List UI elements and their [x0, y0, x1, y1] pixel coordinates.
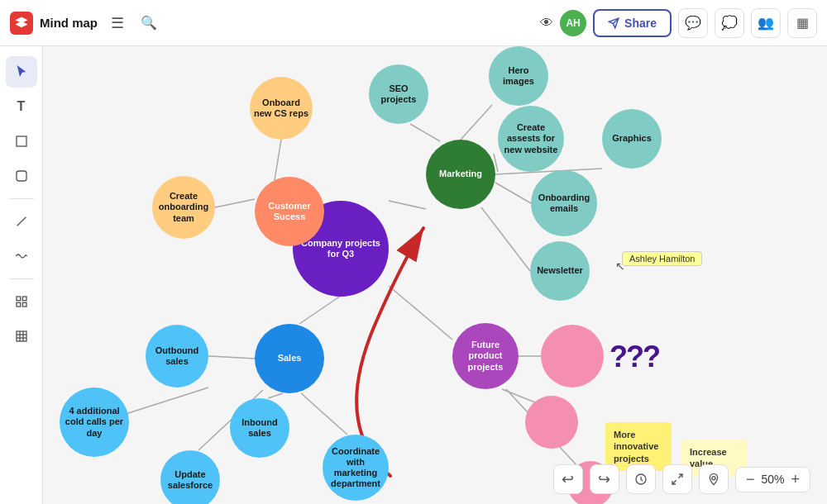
sales-label: Sales — [275, 349, 305, 367]
update-sf-label: Update salesforce — [160, 466, 220, 494]
future-node[interactable]: Future product projects — [452, 323, 519, 389]
svg-line-19 — [495, 183, 531, 203]
pink-node-2[interactable] — [525, 396, 578, 449]
svg-line-27 — [301, 393, 347, 435]
svg-rect-9 — [17, 331, 26, 341]
create-assets-label: Create assests for new website — [498, 119, 564, 159]
share-button[interactable]: Share — [593, 9, 672, 37]
svg-point-38 — [712, 477, 715, 480]
connections-svg — [43, 46, 827, 504]
inbound-label: Inbound sales — [230, 414, 289, 442]
customer-success-node[interactable]: Customer Sucess — [255, 177, 324, 246]
bottom-toolbar: ↩ ↪ − 50% + — [553, 464, 810, 494]
outbound-label: Outbound sales — [146, 342, 208, 370]
onboarding-emails-label: Onboarding emails — [531, 189, 597, 217]
redo-button[interactable]: ↪ — [590, 464, 619, 494]
zoom-level: 50% — [761, 473, 784, 486]
svg-line-14 — [389, 201, 426, 209]
create-onboarding-label: Create onboarding team — [152, 188, 215, 227]
svg-rect-2 — [17, 136, 26, 146]
hero-images-label: Hero images — [489, 62, 548, 90]
zoom-in-button[interactable]: + — [787, 471, 803, 488]
cold-calls-label: 4 additional cold calls per day — [60, 402, 129, 442]
svg-line-29 — [126, 388, 208, 414]
grid-tool[interactable] — [6, 286, 37, 317]
onboarding-emails-node[interactable]: Onboarding emails — [531, 170, 597, 236]
svg-line-4 — [17, 217, 26, 226]
layout-icon[interactable]: ▦ — [787, 8, 817, 38]
svg-line-37 — [672, 480, 676, 484]
coordinate-label: Coordinate with marketing department — [323, 443, 389, 493]
svg-rect-8 — [22, 302, 26, 307]
sales-node[interactable]: Sales — [255, 324, 324, 393]
graphics-node[interactable]: Graphics — [602, 109, 662, 169]
svg-rect-7 — [17, 302, 21, 307]
svg-line-23 — [215, 199, 255, 207]
onboard-cs-label: Onboard new CS reps — [250, 94, 313, 122]
outbound-node[interactable]: Outbound sales — [146, 325, 208, 388]
avatar[interactable]: AH — [560, 10, 586, 36]
text-tool[interactable]: T — [6, 91, 37, 122]
svg-line-25 — [208, 356, 255, 359]
cursor-pointer: ↖ — [615, 259, 625, 273]
svg-line-24 — [299, 296, 341, 324]
app-title: Mind map — [40, 16, 98, 30]
zoom-out-button[interactable]: − — [743, 471, 758, 488]
table-tool[interactable] — [6, 321, 37, 352]
cursor-label: Ashley Hamilton — [622, 251, 702, 266]
fit-button[interactable] — [662, 464, 692, 494]
svg-rect-5 — [17, 297, 21, 301]
coordinate-node[interactable]: Coordinate with marketing department — [323, 435, 389, 501]
menu-icon[interactable]: ☰ — [108, 11, 127, 36]
svg-line-22 — [275, 140, 281, 180]
rect-tool[interactable] — [6, 126, 37, 157]
chat-icon[interactable]: 💭 — [715, 8, 744, 38]
cursor-tool[interactable] — [6, 56, 37, 88]
hero-images-node[interactable]: Hero images — [489, 46, 548, 106]
svg-rect-3 — [17, 171, 26, 181]
customer-success-label: Customer Sucess — [255, 197, 324, 226]
logo[interactable] — [10, 12, 33, 35]
svg-rect-6 — [22, 297, 26, 301]
svg-line-30 — [389, 286, 452, 340]
newsletter-label: Newsletter — [533, 262, 586, 279]
header: Mind map ☰ 🔍 👁 AH Share 💬 💭 👥 ▦ — [0, 0, 827, 46]
zoom-control: − 50% + — [735, 467, 810, 492]
create-onboarding-node[interactable]: Create onboarding team — [152, 176, 215, 239]
header-right: 👁 AH Share 💬 💭 👥 ▦ — [540, 8, 817, 38]
seo-node[interactable]: SEO projects — [369, 64, 428, 124]
graphics-label: Graphics — [609, 130, 655, 147]
pink-node-1[interactable] — [541, 325, 604, 388]
svg-line-16 — [410, 124, 440, 141]
svg-line-15 — [461, 105, 492, 140]
sticky-1-text: More innovative projects — [614, 430, 658, 464]
rounded-rect-tool[interactable] — [6, 160, 37, 192]
comment-icon[interactable]: 💬 — [678, 8, 708, 38]
line-tool[interactable] — [6, 206, 37, 237]
marketing-node[interactable]: Marketing — [426, 140, 495, 209]
squiggle-tool[interactable] — [6, 240, 37, 272]
history-button[interactable] — [626, 464, 656, 494]
undo-button[interactable]: ↩ — [553, 464, 583, 494]
update-sf-node[interactable]: Update salesforce — [160, 450, 220, 504]
svg-line-20 — [481, 207, 530, 271]
future-label: Future product projects — [452, 336, 519, 376]
newsletter-node[interactable]: Newsletter — [530, 241, 590, 301]
create-assets-node[interactable]: Create assests for new website — [498, 106, 564, 172]
inbound-node[interactable]: Inbound sales — [230, 398, 289, 458]
eye-icon[interactable]: 👁 — [540, 16, 553, 31]
toolbar: T — [0, 46, 43, 504]
search-icon[interactable]: 🔍 — [134, 12, 164, 34]
canvas[interactable]: Company projects for Q3 Marketing Hero i… — [43, 46, 827, 504]
location-button[interactable] — [699, 464, 729, 494]
svg-line-26 — [268, 393, 283, 398]
marketing-label: Marketing — [436, 165, 485, 183]
cold-calls-node[interactable]: 4 additional cold calls per day — [60, 388, 129, 457]
question-marks: ??? — [609, 340, 659, 374]
users-icon[interactable]: 👥 — [751, 8, 781, 38]
seo-label: SEO projects — [369, 80, 428, 108]
onboard-cs-node[interactable]: Onboard new CS reps — [250, 77, 313, 140]
svg-line-36 — [678, 474, 682, 478]
